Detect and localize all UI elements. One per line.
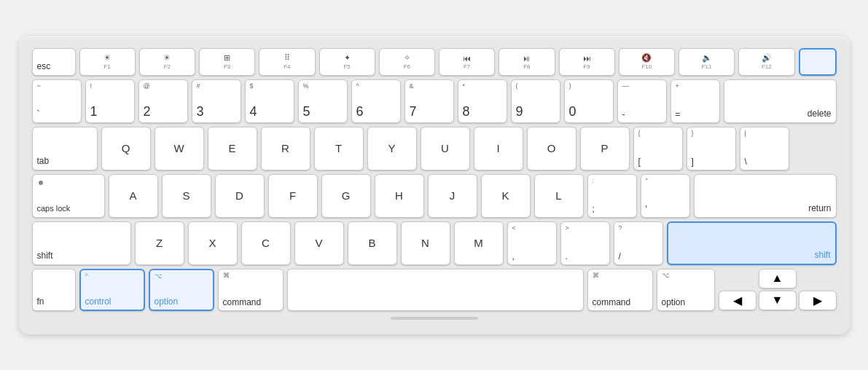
l-key[interactable]: L <box>534 174 584 218</box>
f-key[interactable]: F <box>268 174 318 218</box>
f8-key[interactable]: ⏯ F8 <box>498 48 555 76</box>
command-right-key[interactable]: ⌘ command <box>587 269 653 311</box>
v-key[interactable]: V <box>294 221 344 265</box>
option-left-key[interactable]: ⌥ option <box>149 269 214 311</box>
7-key[interactable]: & 7 <box>404 79 454 123</box>
c-key[interactable]: C <box>241 221 291 265</box>
caps-lock-key[interactable]: caps lock <box>32 174 105 218</box>
slash-key[interactable]: ? / <box>614 221 663 265</box>
m-key[interactable]: M <box>454 221 504 265</box>
semicolon-key[interactable]: : ; <box>587 174 637 218</box>
n-key[interactable]: N <box>401 221 450 265</box>
control-key[interactable]: ^ control <box>79 269 145 311</box>
command-left-key[interactable]: ⌘ command <box>218 269 284 311</box>
keyboard: esc ☀ F1 ☀ F2 ⊞ F3 ⠿ F4 ✦ F5 ✧ F6 <box>19 36 850 334</box>
6-key[interactable]: ^ 6 <box>351 79 401 123</box>
f5-key[interactable]: ✦ F5 <box>319 48 375 76</box>
shift-right-key[interactable]: shift <box>667 221 837 265</box>
u-key[interactable]: U <box>421 127 470 170</box>
tab-key[interactable]: tab <box>32 127 98 170</box>
s-key[interactable]: S <box>162 174 211 218</box>
backslash-key[interactable]: | \ <box>740 127 789 170</box>
asdf-row: caps lock A S D F G H J K L : ; <box>32 174 837 218</box>
e-key[interactable]: E <box>208 127 257 170</box>
caps-indicator <box>39 181 43 185</box>
zxcv-row: shift Z X C V B N M < , > . <box>32 221 837 265</box>
scroll-indicator <box>32 317 837 320</box>
f4-key[interactable]: ⠿ F4 <box>259 48 315 76</box>
rbracket-key[interactable]: } ] <box>687 127 736 170</box>
shift-left-key[interactable]: shift <box>32 221 131 265</box>
f6-key[interactable]: ✧ F6 <box>379 48 435 76</box>
t-key[interactable]: T <box>314 127 364 170</box>
arrow-down-key[interactable]: ▼ <box>759 291 797 310</box>
o-key[interactable]: O <box>527 127 576 170</box>
period-key[interactable]: > . <box>560 221 610 265</box>
j-key[interactable]: J <box>428 174 477 218</box>
b-key[interactable]: B <box>348 221 397 265</box>
f11-key[interactable]: 🔈 F11 <box>679 48 735 76</box>
3-key[interactable]: # 3 <box>192 79 241 123</box>
y-key[interactable]: Y <box>367 127 417 170</box>
f10-key[interactable]: 🔇 F10 <box>619 48 675 76</box>
return-key[interactable]: return <box>694 174 837 218</box>
1-key[interactable]: ! 1 <box>85 79 135 123</box>
fn-row: esc ☀ F1 ☀ F2 ⊞ F3 ⠿ F4 ✦ F5 ✧ F6 <box>32 48 837 76</box>
0-key[interactable]: ) 0 <box>564 79 614 123</box>
quote-key[interactable]: " ' <box>641 174 690 218</box>
arrow-right-key[interactable]: ▶ <box>799 291 837 310</box>
esc-key[interactable]: esc <box>32 48 76 76</box>
lbracket-key[interactable]: { [ <box>633 127 683 170</box>
num-row: ~ ` ! 1 @ 2 # 3 $ 4 % 5 ^ 6 & 7 <box>32 79 837 123</box>
8-key[interactable]: * 8 <box>458 79 507 123</box>
scroll-pill <box>391 317 478 320</box>
5-key[interactable]: % 5 <box>298 79 348 123</box>
arrow-cluster: ▲ ◀ ▼ ▶ <box>719 269 837 311</box>
i-key[interactable]: I <box>474 127 523 170</box>
p-key[interactable]: P <box>580 127 630 170</box>
9-key[interactable]: ( 9 <box>511 79 560 123</box>
f1-key[interactable]: ☀ F1 <box>79 48 136 76</box>
f12-key[interactable]: 🔊 F12 <box>738 48 794 76</box>
f3-key[interactable]: ⊞ F3 <box>199 48 255 76</box>
modifier-row: fn ^ control ⌥ option ⌘ command ⌘ comman… <box>32 269 837 311</box>
qwerty-row: tab Q W E R T Y U I O P <box>32 127 837 170</box>
power-key[interactable] <box>799 48 837 76</box>
tilde-key[interactable]: ~ ` <box>32 79 82 123</box>
arrow-left-key[interactable]: ◀ <box>719 291 756 310</box>
arrow-up-key[interactable]: ▲ <box>759 269 797 288</box>
z-key[interactable]: Z <box>135 221 184 265</box>
comma-key[interactable]: < , <box>507 221 557 265</box>
d-key[interactable]: D <box>215 174 265 218</box>
fn-key[interactable]: fn <box>32 269 76 311</box>
x-key[interactable]: X <box>188 221 238 265</box>
equals-key[interactable]: + = <box>670 79 720 123</box>
option-right-key[interactable]: ⌥ option <box>657 269 715 311</box>
2-key[interactable]: @ 2 <box>138 79 188 123</box>
k-key[interactable]: K <box>481 174 531 218</box>
r-key[interactable]: R <box>261 127 310 170</box>
q-key[interactable]: Q <box>101 127 151 170</box>
f7-key[interactable]: ⏮ F7 <box>439 48 495 76</box>
spacebar-key[interactable] <box>287 269 584 311</box>
a-key[interactable]: A <box>109 174 158 218</box>
f2-key[interactable]: ☀ F2 <box>139 48 195 76</box>
minus-key[interactable]: — - <box>617 79 667 123</box>
w-key[interactable]: W <box>155 127 204 170</box>
g-key[interactable]: G <box>321 174 371 218</box>
h-key[interactable]: H <box>375 174 424 218</box>
4-key[interactable]: $ 4 <box>245 79 294 123</box>
f9-key[interactable]: ⏭ F9 <box>559 48 615 76</box>
delete-key[interactable]: delete <box>724 79 837 123</box>
